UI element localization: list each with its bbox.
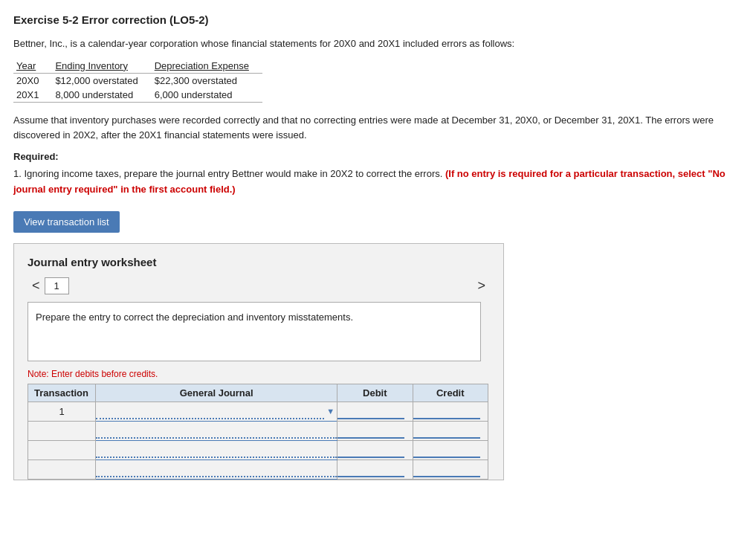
tx-num-2 [28,421,96,440]
gj-input-4[interactable] [96,462,337,477]
intro-text: Bettner, Inc., is a calendar-year corpor… [13,36,743,51]
debit-cell-1[interactable] [337,402,413,421]
credit-cell-3[interactable] [413,440,488,459]
debit-input-2[interactable] [337,423,404,439]
header-credit: Credit [413,384,488,402]
header-transaction: Transaction [28,384,96,402]
table-row: 20X1 8,000 understated 6,000 understated [13,88,262,103]
header-debit: Debit [337,384,413,402]
journal-title: Journal entry worksheet [28,256,490,268]
assume-text: Assume that inventory purchases were rec… [13,113,743,144]
instruction-text: 1. Ignoring income taxes, prepare the jo… [13,167,743,198]
year-20x1: 20X1 [13,88,52,103]
journal-row-2 [28,421,488,440]
nav-row: < 1 > [28,277,490,294]
credit-cell-2[interactable] [413,421,488,440]
tx-num-4 [28,459,96,479]
col-year: Year [13,59,52,74]
journal-table: Transaction General Journal Debit Credit… [28,384,488,480]
depreciation-20x1: 6,000 understated [152,88,262,103]
note-text: Note: Enter debits before credits. [28,369,490,379]
tab-1[interactable]: 1 [45,277,69,294]
credit-input-3[interactable] [413,442,480,458]
entry-description-box: Prepare the entry to correct the depreci… [28,302,481,361]
credit-cell-1[interactable] [413,402,488,421]
debit-input-1[interactable] [337,404,404,419]
depreciation-20x0: $22,300 overstated [152,73,262,88]
header-general-journal: General Journal [96,384,337,402]
debit-input-3[interactable] [337,442,404,458]
debit-cell-3[interactable] [337,440,413,459]
instruction-plain: 1. Ignoring income taxes, prepare the jo… [13,168,442,179]
journal-row-3 [28,440,488,459]
credit-input-1[interactable] [413,404,480,419]
inventory-20x0: $12,000 overstated [52,73,151,88]
col-ending-inventory: Ending Inventory [52,59,151,74]
gj-input-3[interactable] [96,442,337,458]
debit-cell-4[interactable] [337,459,413,479]
inventory-20x1: 8,000 understated [52,88,151,103]
gj-input-2[interactable] [96,423,337,439]
journal-row-1: 1 ▼ [28,402,488,421]
journal-worksheet: Journal entry worksheet < 1 > Prepare th… [13,243,504,480]
col-depreciation-expense: Depreciation Expense [152,59,262,74]
debit-input-4[interactable] [337,462,404,477]
tx-num-1: 1 [28,402,96,421]
debit-cell-2[interactable] [337,421,413,440]
gj-cell-2[interactable] [96,421,337,440]
required-label: Required: [13,151,743,162]
tx-num-3 [28,440,96,459]
nav-left-button[interactable]: < [28,278,45,294]
nav-right-button[interactable]: > [473,278,490,294]
view-transaction-button[interactable]: View transaction list [13,211,120,233]
credit-input-2[interactable] [413,423,480,439]
gj-cell-4[interactable] [96,459,337,479]
gj-input-1[interactable] [96,404,324,419]
dropdown-arrow-1[interactable]: ▼ [324,407,337,416]
gj-cell-1[interactable]: ▼ [96,402,337,421]
error-table: Year Ending Inventory Depreciation Expen… [13,59,262,103]
gj-cell-3[interactable] [96,440,337,459]
journal-row-4 [28,459,488,479]
table-row: 20X0 $12,000 overstated $22,300 overstat… [13,73,262,88]
year-20x0: 20X0 [13,73,52,88]
page-title: Exercise 5-2 Error correction (LO5-2) [13,13,743,26]
credit-input-4[interactable] [413,462,480,477]
credit-cell-4[interactable] [413,459,488,479]
